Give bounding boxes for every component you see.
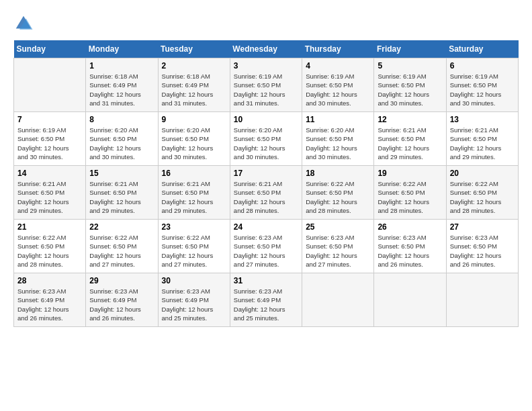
day-info: Sunrise: 6:19 AM Sunset: 6:50 PM Dayligh… (234, 72, 298, 107)
day-cell: 31Sunrise: 6:23 AM Sunset: 6:49 PM Dayli… (230, 273, 302, 327)
week-row-5: 28Sunrise: 6:23 AM Sunset: 6:49 PM Dayli… (14, 273, 519, 327)
day-cell: 29Sunrise: 6:23 AM Sunset: 6:49 PM Dayli… (86, 273, 158, 327)
day-info: Sunrise: 6:20 AM Sunset: 6:50 PM Dayligh… (306, 126, 370, 161)
day-number: 27 (450, 222, 515, 232)
day-info: Sunrise: 6:21 AM Sunset: 6:50 PM Dayligh… (378, 126, 442, 161)
day-cell: 12Sunrise: 6:21 AM Sunset: 6:50 PM Dayli… (374, 112, 446, 166)
day-info: Sunrise: 6:21 AM Sunset: 6:50 PM Dayligh… (162, 179, 226, 215)
day-info: Sunrise: 6:19 AM Sunset: 6:50 PM Dayligh… (306, 72, 370, 107)
column-header-wednesday: Wednesday (230, 40, 302, 58)
day-number: 17 (234, 169, 298, 178)
day-cell: 30Sunrise: 6:23 AM Sunset: 6:49 PM Dayli… (158, 273, 230, 327)
day-info: Sunrise: 6:20 AM Sunset: 6:50 PM Dayligh… (162, 126, 226, 161)
day-number: 19 (378, 169, 442, 178)
day-number: 28 (17, 276, 82, 285)
day-info: Sunrise: 6:18 AM Sunset: 6:49 PM Dayligh… (89, 72, 154, 107)
day-info: Sunrise: 6:23 AM Sunset: 6:49 PM Dayligh… (17, 287, 82, 322)
day-cell: 23Sunrise: 6:22 AM Sunset: 6:50 PM Dayli… (158, 220, 230, 273)
day-info: Sunrise: 6:23 AM Sunset: 6:50 PM Dayligh… (450, 233, 515, 269)
day-info: Sunrise: 6:21 AM Sunset: 6:50 PM Dayligh… (17, 179, 82, 215)
day-info: Sunrise: 6:18 AM Sunset: 6:49 PM Dayligh… (162, 72, 226, 107)
day-cell: 28Sunrise: 6:23 AM Sunset: 6:49 PM Dayli… (14, 273, 86, 327)
day-number: 20 (450, 169, 515, 178)
day-info: Sunrise: 6:22 AM Sunset: 6:50 PM Dayligh… (378, 179, 442, 215)
column-header-sunday: Sunday (14, 40, 86, 58)
day-number: 18 (306, 169, 370, 178)
day-info: Sunrise: 6:23 AM Sunset: 6:49 PM Dayligh… (89, 287, 154, 322)
day-info: Sunrise: 6:21 AM Sunset: 6:50 PM Dayligh… (89, 179, 154, 215)
column-header-saturday: Saturday (446, 40, 518, 58)
day-number: 15 (89, 169, 154, 178)
day-cell: 27Sunrise: 6:23 AM Sunset: 6:50 PM Dayli… (446, 220, 518, 273)
day-number: 13 (450, 115, 515, 124)
column-header-tuesday: Tuesday (158, 40, 230, 58)
day-info: Sunrise: 6:22 AM Sunset: 6:50 PM Dayligh… (306, 179, 370, 215)
day-info: Sunrise: 6:23 AM Sunset: 6:49 PM Dayligh… (234, 287, 298, 322)
day-cell: 3Sunrise: 6:19 AM Sunset: 6:50 PM Daylig… (230, 58, 302, 112)
header-row: SundayMondayTuesdayWednesdayThursdayFrid… (14, 40, 519, 58)
day-number: 12 (378, 115, 442, 124)
day-cell: 7Sunrise: 6:19 AM Sunset: 6:50 PM Daylig… (14, 112, 86, 166)
day-number: 22 (89, 222, 154, 232)
day-cell: 1Sunrise: 6:18 AM Sunset: 6:49 PM Daylig… (86, 58, 158, 112)
column-header-friday: Friday (374, 40, 446, 58)
day-cell: 9Sunrise: 6:20 AM Sunset: 6:50 PM Daylig… (158, 112, 230, 166)
day-cell: 26Sunrise: 6:23 AM Sunset: 6:50 PM Dayli… (374, 220, 446, 273)
day-number: 10 (234, 115, 298, 124)
day-number: 26 (378, 222, 442, 232)
logo (13, 13, 35, 34)
day-info: Sunrise: 6:21 AM Sunset: 6:50 PM Dayligh… (450, 126, 515, 161)
week-row-4: 21Sunrise: 6:22 AM Sunset: 6:50 PM Dayli… (14, 220, 519, 273)
week-row-2: 7Sunrise: 6:19 AM Sunset: 6:50 PM Daylig… (14, 112, 519, 166)
day-cell: 5Sunrise: 6:19 AM Sunset: 6:50 PM Daylig… (374, 58, 446, 112)
calendar-body: 1Sunrise: 6:18 AM Sunset: 6:49 PM Daylig… (14, 58, 519, 327)
day-info: Sunrise: 6:21 AM Sunset: 6:50 PM Dayligh… (234, 179, 298, 215)
day-cell: 13Sunrise: 6:21 AM Sunset: 6:50 PM Dayli… (446, 112, 518, 166)
week-row-3: 14Sunrise: 6:21 AM Sunset: 6:50 PM Dayli… (14, 166, 519, 220)
day-cell: 8Sunrise: 6:20 AM Sunset: 6:50 PM Daylig… (86, 112, 158, 166)
day-info: Sunrise: 6:22 AM Sunset: 6:50 PM Dayligh… (89, 233, 154, 269)
day-number: 8 (89, 115, 154, 124)
logo-icon (13, 13, 34, 34)
day-cell: 19Sunrise: 6:22 AM Sunset: 6:50 PM Dayli… (374, 166, 446, 220)
day-number: 9 (162, 115, 226, 124)
day-cell: 20Sunrise: 6:22 AM Sunset: 6:50 PM Dayli… (446, 166, 518, 220)
day-number: 1 (89, 61, 154, 71)
day-cell: 24Sunrise: 6:23 AM Sunset: 6:50 PM Dayli… (230, 220, 302, 273)
day-cell: 6Sunrise: 6:19 AM Sunset: 6:50 PM Daylig… (446, 58, 518, 112)
day-cell: 4Sunrise: 6:19 AM Sunset: 6:50 PM Daylig… (302, 58, 374, 112)
day-info: Sunrise: 6:23 AM Sunset: 6:50 PM Dayligh… (378, 233, 442, 269)
day-number: 11 (306, 115, 370, 124)
day-number: 2 (162, 61, 226, 71)
page-header (13, 13, 519, 34)
day-info: Sunrise: 6:22 AM Sunset: 6:50 PM Dayligh… (162, 233, 226, 269)
day-info: Sunrise: 6:22 AM Sunset: 6:50 PM Dayligh… (17, 233, 82, 269)
day-number: 6 (450, 61, 515, 71)
day-cell: 18Sunrise: 6:22 AM Sunset: 6:50 PM Dayli… (302, 166, 374, 220)
day-cell: 25Sunrise: 6:23 AM Sunset: 6:50 PM Dayli… (302, 220, 374, 273)
day-cell: 22Sunrise: 6:22 AM Sunset: 6:50 PM Dayli… (86, 220, 158, 273)
column-header-monday: Monday (86, 40, 158, 58)
day-cell (302, 273, 374, 327)
day-number: 4 (306, 61, 370, 71)
day-info: Sunrise: 6:19 AM Sunset: 6:50 PM Dayligh… (17, 126, 82, 161)
day-cell (14, 58, 86, 112)
day-number: 30 (162, 276, 226, 285)
day-info: Sunrise: 6:19 AM Sunset: 6:50 PM Dayligh… (450, 72, 515, 107)
calendar-header: SundayMondayTuesdayWednesdayThursdayFrid… (14, 40, 519, 58)
day-cell: 10Sunrise: 6:20 AM Sunset: 6:50 PM Dayli… (230, 112, 302, 166)
day-info: Sunrise: 6:23 AM Sunset: 6:50 PM Dayligh… (234, 233, 298, 269)
column-header-thursday: Thursday (302, 40, 374, 58)
day-number: 14 (17, 169, 82, 178)
day-cell (446, 273, 518, 327)
day-number: 21 (17, 222, 82, 232)
day-cell: 21Sunrise: 6:22 AM Sunset: 6:50 PM Dayli… (14, 220, 86, 273)
day-info: Sunrise: 6:23 AM Sunset: 6:49 PM Dayligh… (162, 287, 226, 322)
day-number: 24 (234, 222, 298, 232)
day-number: 29 (89, 276, 154, 285)
day-cell: 17Sunrise: 6:21 AM Sunset: 6:50 PM Dayli… (230, 166, 302, 220)
day-number: 25 (306, 222, 370, 232)
day-info: Sunrise: 6:20 AM Sunset: 6:50 PM Dayligh… (234, 126, 298, 161)
day-number: 23 (162, 222, 226, 232)
day-cell: 16Sunrise: 6:21 AM Sunset: 6:50 PM Dayli… (158, 166, 230, 220)
